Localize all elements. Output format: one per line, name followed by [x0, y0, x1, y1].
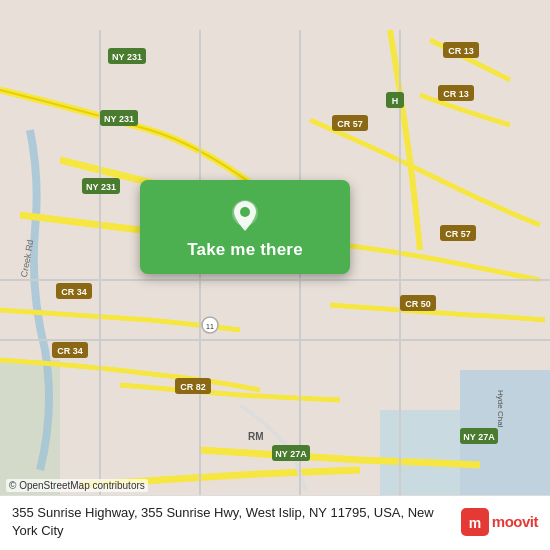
svg-text:CR 13: CR 13: [443, 89, 469, 99]
svg-text:NY 27A: NY 27A: [463, 432, 495, 442]
svg-text:NY 231: NY 231: [86, 182, 116, 192]
address-text: 355 Sunrise Highway, 355 Sunrise Hwy, We…: [12, 504, 451, 540]
svg-text:Hyde Chal: Hyde Chal: [496, 390, 505, 428]
svg-text:H: H: [392, 96, 399, 106]
take-me-there-button[interactable]: Take me there: [140, 180, 350, 274]
svg-text:CR 50: CR 50: [405, 299, 431, 309]
moovit-logo: m moovit: [461, 508, 538, 536]
svg-point-44: [240, 207, 250, 217]
map-container: Creek Rd: [0, 0, 550, 550]
button-label: Take me there: [187, 240, 303, 260]
svg-text:NY 27A: NY 27A: [275, 449, 307, 459]
map-attribution: © OpenStreetMap contributors: [6, 479, 148, 492]
svg-text:CR 34: CR 34: [57, 346, 83, 356]
svg-text:CR 34: CR 34: [61, 287, 87, 297]
svg-text:NY 231: NY 231: [104, 114, 134, 124]
bottom-bar: 355 Sunrise Highway, 355 Sunrise Hwy, We…: [0, 495, 550, 550]
svg-text:RM: RM: [248, 431, 264, 442]
svg-text:NY 231: NY 231: [112, 52, 142, 62]
location-pin-icon: [227, 198, 263, 234]
svg-text:CR 57: CR 57: [445, 229, 471, 239]
moovit-brand-icon: m: [461, 508, 489, 536]
map-background: Creek Rd: [0, 0, 550, 550]
svg-text:CR 57: CR 57: [337, 119, 363, 129]
svg-text:m: m: [469, 515, 481, 531]
svg-text:11: 11: [206, 323, 214, 330]
moovit-brand-text: moovit: [492, 513, 538, 530]
svg-text:CR 82: CR 82: [180, 382, 206, 392]
svg-text:CR 13: CR 13: [448, 46, 474, 56]
